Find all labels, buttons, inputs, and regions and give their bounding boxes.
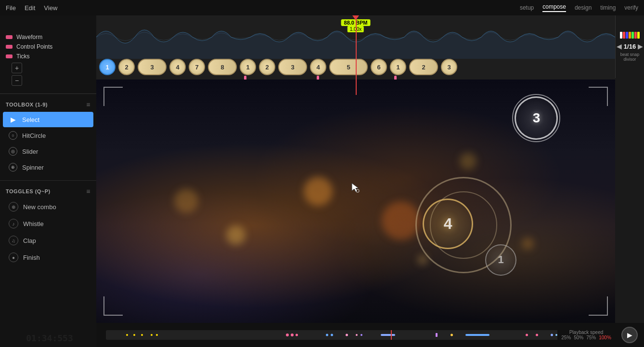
tool-select[interactable]: ▶ Select bbox=[3, 112, 93, 127]
select-cursor-icon: ▶ bbox=[9, 115, 17, 124]
field-hitcircle-3[interactable]: 3 bbox=[515, 96, 558, 140]
toolbox-menu-icon[interactable]: ≡ bbox=[86, 101, 90, 108]
menu-file[interactable]: File bbox=[6, 4, 16, 12]
tab-verify[interactable]: verify bbox=[624, 4, 638, 11]
menu-view[interactable]: View bbox=[44, 4, 57, 12]
field-hitcircle-1[interactable]: 1 bbox=[485, 244, 516, 276]
play-button[interactable]: ▶ bbox=[621, 327, 638, 343]
timeline-dot-15 bbox=[436, 333, 438, 337]
spinner-icon: ⊕ bbox=[9, 163, 17, 172]
hit-obj-4[interactable]: 7 bbox=[189, 59, 205, 75]
tool-hitcircle[interactable]: ○ HitCircle bbox=[3, 128, 93, 143]
hit-obj-6[interactable]: 1 bbox=[240, 59, 256, 75]
zoom-in-button[interactable]: + bbox=[12, 63, 22, 73]
hit-obj-13[interactable]: 2 bbox=[409, 59, 438, 75]
timeline-dot-12 bbox=[356, 334, 358, 336]
beat-snap-nav: ◀ 1/16 ▶ bbox=[617, 42, 643, 50]
speed-percentages: 25% 50% 75% 100% bbox=[561, 335, 611, 340]
tab-setup[interactable]: setup bbox=[520, 4, 534, 11]
corner-bracket-br bbox=[589, 296, 608, 316]
timeline-dot-10 bbox=[331, 334, 333, 336]
toggles-menu-icon[interactable]: ≡ bbox=[86, 187, 90, 195]
timeline-dot-17 bbox=[465, 334, 489, 336]
slider-icon: ◎ bbox=[9, 147, 17, 156]
hit-obj-5[interactable]: 8 bbox=[208, 59, 237, 75]
corner-bracket-tr bbox=[589, 87, 608, 106]
waveform-dot bbox=[6, 35, 13, 39]
toggle-whistle[interactable]: ♪ Whistle bbox=[3, 215, 93, 232]
color-bar-5 bbox=[631, 32, 634, 39]
toolbox-header: TOOLBOX (1-9) ≡ bbox=[0, 99, 96, 111]
beat-snap-label: beat snapdivisor bbox=[620, 52, 640, 62]
tool-slider[interactable]: ◎ Slider bbox=[3, 144, 93, 159]
beat-snap-value: 1/16 bbox=[624, 43, 636, 50]
timeline-dot-13 bbox=[361, 334, 362, 336]
speed-75[interactable]: 75% bbox=[586, 335, 596, 340]
field-slider-combo: 4 1 bbox=[406, 172, 516, 278]
color-bar-4 bbox=[629, 32, 631, 39]
timeline-dot-2 bbox=[133, 334, 135, 336]
speed-50[interactable]: 50% bbox=[574, 335, 583, 340]
playback-speed-panel: Playback speed 25% 50% 75% 100% bbox=[557, 323, 615, 347]
timeline-dot-4 bbox=[151, 334, 153, 336]
playback-speed-label: Playback speed bbox=[569, 330, 604, 335]
tool-spinner[interactable]: ⊕ Spinner bbox=[3, 160, 93, 175]
corner-bracket-bl bbox=[103, 296, 123, 316]
menu-edit[interactable]: Edit bbox=[25, 4, 35, 12]
hit-obj-12[interactable]: 1 bbox=[390, 59, 406, 75]
toggle-finish[interactable]: ● Finish bbox=[3, 249, 93, 266]
color-bar-7 bbox=[637, 32, 640, 39]
color-bar-1 bbox=[620, 32, 622, 39]
zoom-out-button[interactable]: − bbox=[12, 75, 22, 86]
timeline-dot-14 bbox=[381, 334, 395, 336]
beat-snap-panel: ◀ 1/16 ▶ beat snapdivisor bbox=[615, 15, 644, 78]
hit-obj-8[interactable]: 3 bbox=[278, 59, 307, 75]
timeline-dot-18 bbox=[526, 334, 528, 336]
toggle-new-combo[interactable]: ⊕ New combo bbox=[3, 199, 93, 215]
clap-icon: ♫ bbox=[9, 236, 18, 245]
timeline-dot-20 bbox=[551, 334, 553, 336]
tab-compose[interactable]: compose bbox=[542, 3, 566, 12]
playhead-top bbox=[352, 15, 359, 20]
speed-100[interactable]: 100% bbox=[599, 335, 611, 340]
beat-snap-prev[interactable]: ◀ bbox=[617, 42, 622, 50]
hit-obj-10[interactable]: 5 bbox=[329, 59, 368, 75]
color-bar-2 bbox=[623, 32, 625, 39]
hit-obj-0[interactable]: 1 bbox=[99, 59, 116, 75]
finish-icon: ● bbox=[9, 253, 18, 262]
timeline-dot-3 bbox=[141, 334, 143, 336]
hit-obj-1[interactable]: 2 bbox=[118, 59, 135, 75]
tab-design[interactable]: design bbox=[575, 4, 592, 11]
hit-obj-14[interactable]: 3 bbox=[441, 59, 457, 75]
tab-timing[interactable]: timing bbox=[600, 4, 616, 11]
hit-obj-9[interactable]: 4 bbox=[310, 59, 326, 75]
field-hitcircle-4[interactable]: 4 bbox=[423, 199, 473, 249]
legend-control-points: Control Points bbox=[6, 43, 90, 50]
hit-obj-2[interactable]: 3 bbox=[138, 59, 167, 75]
toggle-clap[interactable]: ♫ Clap bbox=[3, 232, 93, 249]
color-bar-3 bbox=[626, 32, 628, 39]
timeline-dot-19 bbox=[536, 334, 538, 336]
bokeh-1 bbox=[304, 177, 333, 206]
hit-obj-11[interactable]: 6 bbox=[371, 59, 387, 75]
timeline-dot-8 bbox=[296, 334, 298, 336]
timeline-dot-7 bbox=[291, 334, 294, 336]
legend-waveform: Waveform bbox=[6, 34, 90, 40]
menu-bar: File Edit View setup compose design timi… bbox=[0, 0, 644, 15]
control-points-dot bbox=[6, 45, 13, 49]
beat-snap-colors bbox=[620, 32, 640, 39]
bokeh-5 bbox=[174, 189, 198, 213]
hit-obj-3[interactable]: 4 bbox=[169, 59, 186, 75]
waveform-legend: Waveform Control Points Ticks + − bbox=[0, 15, 96, 94]
corner-bracket-tl bbox=[103, 87, 123, 106]
timeline-playhead bbox=[391, 330, 392, 340]
bokeh-4 bbox=[460, 153, 477, 170]
timeline-dot-16 bbox=[451, 334, 453, 336]
hit-obj-7[interactable]: 2 bbox=[259, 59, 275, 75]
nav-tabs: setup compose design timing verify bbox=[520, 0, 638, 15]
beat-snap-next[interactable]: ▶ bbox=[638, 42, 643, 50]
timeline-dot-9 bbox=[326, 334, 328, 336]
speed-25[interactable]: 25% bbox=[561, 335, 571, 340]
timeline-track[interactable] bbox=[106, 330, 605, 340]
bokeh-3 bbox=[226, 226, 245, 245]
